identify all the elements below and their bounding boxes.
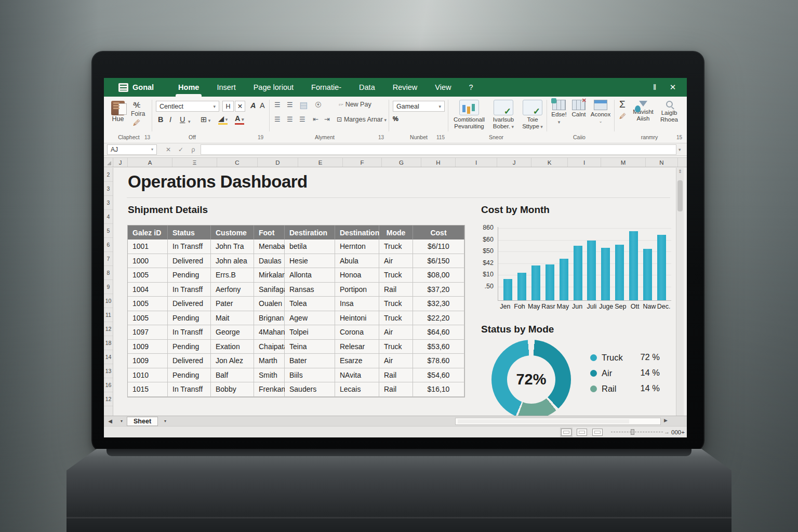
row-header-1[interactable]: 3: [104, 182, 113, 196]
font-color-button[interactable]: A: [235, 114, 244, 125]
table-cell[interactable]: Esarze: [335, 354, 379, 368]
app-logo-icon[interactable]: [118, 83, 128, 92]
menu-tab-?[interactable]: ?: [460, 78, 482, 97]
table-header-status[interactable]: Status: [168, 225, 211, 240]
table-header-foot[interactable]: Foot: [254, 225, 285, 240]
table-cell[interactable]: $32,30: [413, 297, 464, 311]
table-cell[interactable]: $53,60: [413, 340, 464, 354]
column-header-C-3[interactable]: C: [217, 158, 258, 167]
table-cell[interactable]: Honoa: [335, 268, 379, 283]
table-cell[interactable]: Jon Alez: [211, 354, 254, 368]
table-cell[interactable]: 1001: [128, 240, 168, 254]
row-header-0[interactable]: 2: [104, 168, 113, 182]
cell-styles-button[interactable]: ToieSttype: [520, 100, 546, 130]
status-by-mode-donut[interactable]: 72%: [491, 340, 571, 416]
table-cell[interactable]: $22,20: [413, 311, 464, 326]
format-cells-button[interactable]: Aconox⌄: [589, 100, 612, 125]
zoom-level-label[interactable]: 000+: [671, 429, 685, 435]
table-cell[interactable]: 1009: [128, 340, 168, 354]
bar-dec.-11[interactable]: [657, 235, 666, 300]
table-cell[interactable]: Mirkalan: [254, 268, 285, 283]
column-header-E-5[interactable]: E: [298, 158, 343, 167]
row-header-13[interactable]: 14: [104, 350, 113, 364]
cut-icon[interactable]: ℀: [133, 101, 140, 109]
menu-tab-review[interactable]: Review: [384, 78, 427, 97]
table-row[interactable]: 1005PendingErrs.BMirkalanAllontaHonoaTru…: [128, 268, 464, 283]
copy-label[interactable]: Foira: [131, 110, 145, 117]
table-cell[interactable]: Air: [379, 354, 413, 368]
merge-center-button[interactable]: ⊡ Marges Arnar: [337, 115, 387, 123]
horizontal-scrollbar[interactable]: [455, 418, 661, 425]
shrink-font-button[interactable]: A: [260, 101, 265, 110]
table-cell[interactable]: Balf: [211, 368, 254, 383]
autosum-button[interactable]: Σ: [619, 99, 626, 110]
table-cell[interactable]: Sanifaga: [254, 283, 285, 297]
table-cell[interactable]: In Transff: [168, 240, 211, 254]
table-cell[interactable]: Truck: [379, 340, 413, 354]
table-cell[interactable]: Smith: [254, 368, 285, 383]
table-cell[interactable]: Hesie: [285, 254, 335, 269]
zoom-slider[interactable]: [611, 432, 663, 432]
bar-jun-5[interactable]: [574, 246, 582, 300]
column-header-F-6[interactable]: F: [343, 158, 382, 167]
table-cell[interactable]: Delivered: [168, 254, 211, 269]
bar-foh-1[interactable]: [517, 273, 526, 300]
table-cell[interactable]: 1000: [128, 254, 168, 269]
align-left-icon[interactable]: ☰: [274, 115, 280, 123]
decrease-indent-icon[interactable]: ⇤: [313, 115, 318, 123]
table-cell[interactable]: Tolpei: [285, 325, 335, 340]
table-cell[interactable]: Truck: [379, 311, 413, 326]
column-header-K-11[interactable]: K: [531, 158, 568, 167]
table-header-cost[interactable]: Cost: [413, 225, 464, 240]
table-cell[interactable]: Relesar: [335, 340, 379, 354]
table-cell[interactable]: 1005: [128, 297, 168, 311]
table-cell[interactable]: Agew: [285, 311, 335, 326]
enter-icon[interactable]: ✓: [175, 146, 187, 153]
table-cell[interactable]: 1005: [128, 311, 168, 326]
row-header-2[interactable]: 3: [104, 196, 113, 210]
column-header-Ξ-2[interactable]: Ξ: [172, 158, 217, 167]
row-header-15[interactable]: 16: [104, 378, 113, 392]
column-header-D-4[interactable]: D: [258, 158, 298, 167]
table-cell[interactable]: Bobby: [211, 382, 254, 397]
table-cell[interactable]: Truck: [379, 268, 413, 283]
table-cell[interactable]: Bater: [285, 354, 335, 368]
table-cell[interactable]: Daulas: [254, 254, 285, 269]
table-cell[interactable]: 1015: [128, 382, 168, 397]
align-bottom-icon[interactable]: ▤: [299, 100, 307, 111]
table-cell[interactable]: Truck: [379, 297, 413, 311]
table-row[interactable]: 1004In TransffAerfonySanifagaRansasPorti…: [128, 283, 464, 297]
table-header-mode[interactable]: Mode: [379, 225, 413, 240]
table-cell[interactable]: Rail: [379, 283, 413, 297]
row-header-3[interactable]: 4: [104, 210, 113, 224]
column-header-I-12[interactable]: I: [568, 158, 601, 167]
column-header-N-14[interactable]: N: [646, 158, 678, 167]
table-cell[interactable]: Exation: [211, 340, 254, 354]
menu-tab-data[interactable]: Data: [350, 78, 384, 97]
page-break-view-icon[interactable]: [592, 429, 603, 436]
page-layout-view-icon[interactable]: [577, 429, 587, 436]
increase-indent-icon[interactable]: ⇥: [324, 115, 330, 123]
number-format-select[interactable]: Gameal: [393, 101, 445, 112]
table-cell[interactable]: betila: [285, 240, 335, 254]
font-size-box[interactable]: H: [222, 101, 234, 112]
clear-icon[interactable]: 🖉: [619, 112, 626, 120]
bar-sep-8[interactable]: [615, 245, 624, 300]
column-header-H-8[interactable]: H: [421, 158, 456, 167]
table-row[interactable]: 1001In TransffJohn TraMenababetilaHernto…: [128, 240, 464, 254]
table-cell[interactable]: Hernton: [335, 240, 379, 254]
table-cell[interactable]: Truck: [379, 240, 413, 254]
align-right-icon[interactable]: ☰: [299, 115, 305, 123]
table-cell[interactable]: Biils: [285, 368, 335, 383]
align-middle-icon[interactable]: ☰: [287, 101, 292, 109]
row-header-11[interactable]: 12: [104, 322, 113, 336]
formula-input[interactable]: [201, 144, 676, 155]
column-header-J-10[interactable]: J: [497, 158, 531, 167]
number-style-button-4[interactable]: %: [393, 115, 398, 123]
table-cell[interactable]: Errs.B: [211, 268, 254, 283]
table-cell[interactable]: In Transff: [168, 325, 211, 340]
table-cell[interactable]: $54,60: [413, 368, 464, 383]
table-row[interactable]: 1005DeliveredPaterOualenToleaInsaTruck$3…: [128, 297, 464, 311]
bar-may-2[interactable]: [531, 265, 540, 300]
orientation-icon[interactable]: ⦿: [315, 101, 321, 109]
